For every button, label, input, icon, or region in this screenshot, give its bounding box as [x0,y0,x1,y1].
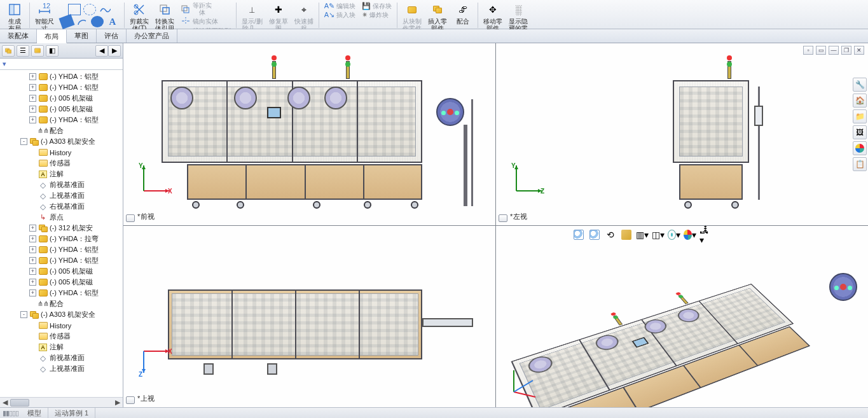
cmd-spline[interactable] [99,4,111,15]
scroll-left-button[interactable]: ◀ [0,398,10,407]
taskpane-resources[interactable]: 🔧 [853,78,867,92]
expand-toggle[interactable]: + [29,106,36,113]
view-port-icon[interactable] [499,214,507,222]
tree-node[interactable]: ◇上视基准面 [0,190,123,201]
cmd-insert-block[interactable]: A↘插入块 [324,11,355,19]
feature-filter-bar[interactable]: ▾ [0,59,123,70]
tab-assembly[interactable]: 装配体 [0,29,37,43]
cmd-arc[interactable] [76,16,88,27]
tree-node[interactable]: +(-) 005 机架磁 [0,277,123,288]
cmd-insert-component[interactable]: 插入零部件 [425,1,450,32]
vp-minimize-button[interactable]: — [829,46,839,55]
expand-toggle[interactable]: + [29,116,36,123]
tree-node[interactable]: +(-) 005 机架磁 [0,104,123,115]
vp-btn-1[interactable]: ▫ [803,46,813,55]
bottom-tab-model[interactable]: 模型 [21,408,48,419]
taskpane-custom-props[interactable]: 📋 [853,157,867,171]
tree-node[interactable]: +(-) YHDA：铝型 [0,71,123,82]
view-front[interactable]: XY *前视 [123,43,495,225]
expand-toggle[interactable]: + [29,257,36,264]
vp-btn-2[interactable]: ▭ [816,46,826,55]
cmd-generate-layout[interactable]: 生成布局 [3,1,27,32]
tree-node[interactable]: ◇上视基准面 [0,363,123,374]
cmd-edit-block[interactable]: A✎编辑块 [324,2,355,10]
tree-node[interactable]: ↳原点 [0,212,123,223]
tree-node[interactable]: ⋔⋔配合 [0,125,123,136]
vp-close-button[interactable]: ✕ [854,46,864,55]
tree-hscroll[interactable]: ◀ ▶ [0,397,123,407]
tree-node[interactable]: A注解 [0,169,123,179]
expand-toggle[interactable]: + [29,225,36,232]
fm-tab-property[interactable]: ☰ [17,45,29,57]
tree-node[interactable]: ◇前视基准面 [0,352,123,363]
tree-node[interactable]: +(-) YHDA：铝型 [0,82,123,93]
view-left[interactable]: ▫ ▭ — ❐ ✕ 🔧 🏠 📁 🖼 📋 [496,43,868,225]
tree-node[interactable]: 传感器 [0,331,123,342]
cmd-mirror[interactable]: 镜向实体 [181,17,218,25]
tree-node[interactable]: 传感器 [0,158,123,169]
tree-node[interactable]: +(-) 005 机架磁 [0,266,123,277]
vt-section[interactable] [620,228,633,241]
fm-tab-prev[interactable]: ◀ [95,45,108,57]
bottom-tab-motion[interactable]: 运动算例 1 [48,408,95,419]
view-top[interactable]: XZ *上视 [123,226,495,408]
fm-tab-display[interactable]: ◧ [46,45,59,57]
cmd-trim[interactable]: 剪裁实体(T) [127,1,151,32]
vt-prev-view[interactable]: ⟲ [604,228,617,241]
taskpane-design-library[interactable]: 🏠 [853,94,867,108]
cmd-make-part-from-block[interactable]: 从块制作零件 [400,1,424,32]
cmd-circle[interactable] [83,4,96,15]
tree-node[interactable]: ◇前视基准面 [0,179,123,190]
taskpane-file-explorer[interactable]: 📁 [853,109,867,123]
vt-hide-show[interactable]: ▾ [668,228,680,241]
vp-maximize-button[interactable]: ❐ [841,46,851,55]
cmd-text[interactable]: A [106,16,119,27]
view-port-icon[interactable] [126,396,135,404]
expand-toggle[interactable]: - [20,311,27,318]
tree-node[interactable]: +(-) YHDA：铝型 [0,288,123,298]
tree-node[interactable]: A注解 [0,342,123,352]
vt-orientation[interactable]: ▥▾ [636,228,649,241]
scroll-right-button[interactable]: ▶ [113,398,123,407]
tree-node[interactable]: +(-) YHDA：拉弯 [0,233,123,244]
view-iso[interactable]: ⟲ ▥▾ ◫▾ ▾ ▾ 🏞▾ [496,226,868,408]
tree-node[interactable]: History [0,147,123,158]
expand-toggle[interactable]: - [20,138,27,145]
tree-node[interactable]: History [0,320,123,331]
cmd-smart-dimension[interactable]: 12 智能尺寸 [32,1,57,32]
expand-toggle[interactable]: + [29,246,36,253]
taskpane-appearances[interactable] [853,141,867,155]
expand-toggle[interactable]: + [29,235,36,242]
cmd-repair-sketch[interactable]: ✚修复草图 [266,1,291,32]
vt-appearance[interactable]: ▾ [684,228,696,241]
tree-node[interactable]: ⋔⋔配合 [0,298,123,309]
cmd-line[interactable] [60,16,73,27]
fm-tab-config[interactable] [31,45,44,57]
cmd-quick-snap[interactable]: ⌖快速捕捉 [292,1,316,32]
vt-display-style[interactable]: ◫▾ [652,228,665,241]
cmd-mate[interactable]: 🖇配合 [451,1,475,25]
expand-toggle[interactable]: + [29,279,36,286]
cmd-offset[interactable]: 等距实体 [181,2,212,16]
cmd-show-delete[interactable]: ⟂显示/删除几… [239,1,265,32]
motion-controls[interactable]: ▮▮▯▯▯ [0,408,21,418]
tree-node[interactable]: -(-) A303 机架安全 [0,136,123,147]
vt-scene[interactable]: 🏞▾ [699,228,712,241]
cmd-point[interactable] [91,16,104,27]
tab-layout[interactable]: 布局 [37,30,67,43]
expand-toggle[interactable]: + [29,268,36,275]
tree-node[interactable]: +(-) 312 机架安 [0,223,123,233]
cmd-save-block[interactable]: 💾保存块 [362,2,392,10]
tab-evaluate[interactable]: 评估 [97,29,127,43]
expand-toggle[interactable]: + [29,73,36,80]
feature-tree[interactable]: +(-) YHDA：铝型+(-) YHDA：铝型+(-) 005 机架磁+(-)… [0,70,123,397]
tree-node[interactable]: +(-) YHDA：铝型 [0,115,123,125]
vt-zoom-fit[interactable] [572,228,585,241]
tree-node[interactable]: ◇右视基准面 [0,201,123,212]
tree-node[interactable]: +(-) 005 机架磁 [0,93,123,104]
fm-tab-next[interactable]: ▶ [108,45,121,57]
expand-toggle[interactable]: + [29,289,36,296]
tree-node[interactable]: +(-) YHDA：铝型 [0,244,123,255]
tree-node[interactable]: +(-) YHDA：铝型 [0,255,123,266]
taskpane-view-palette[interactable]: 🖼 [853,125,867,139]
